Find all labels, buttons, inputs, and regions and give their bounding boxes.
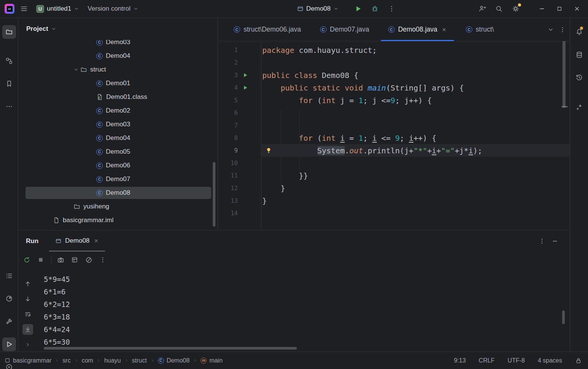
- breadcrumb-huayu[interactable]: huayu: [104, 357, 121, 364]
- run-configuration-widget[interactable]: Demo08: [294, 2, 341, 15]
- more-tool-windows-button[interactable]: [2, 100, 16, 113]
- code-line-10[interactable]: 10: [218, 157, 570, 169]
- project-tool-button[interactable]: [2, 25, 16, 39]
- tree-item-demo03[interactable]: CDemo03: [18, 118, 218, 131]
- chevron-down-icon[interactable]: [51, 26, 56, 32]
- tree-item-demo08[interactable]: CDemo08: [18, 186, 218, 200]
- ai-assistant-button[interactable]: [572, 100, 586, 114]
- code-line-2[interactable]: 2: [218, 56, 570, 69]
- rerun-button[interactable]: [21, 254, 32, 265]
- code-line-3[interactable]: 3public class Demo08 {: [218, 69, 570, 81]
- close-icon[interactable]: [94, 238, 99, 243]
- notifications-button[interactable]: [572, 25, 586, 39]
- tree-item-demo02[interactable]: CDemo02: [18, 104, 218, 118]
- file-encoding[interactable]: UTF-8: [508, 357, 525, 364]
- line-number[interactable]: 9: [218, 147, 238, 154]
- more-run-actions-button[interactable]: [383, 1, 400, 16]
- breadcrumb-struct[interactable]: struct: [132, 357, 147, 364]
- code-area[interactable]: 1package com.huayu.struct;23public class…: [218, 41, 570, 230]
- history-tool-button[interactable]: [572, 71, 586, 84]
- main-menu-button[interactable]: [18, 2, 30, 15]
- breadcrumb-src[interactable]: src: [62, 357, 70, 364]
- debug-button[interactable]: [367, 1, 383, 16]
- tree-item-struct[interactable]: struct: [18, 63, 218, 76]
- code-line-14[interactable]: 14: [218, 207, 570, 219]
- scroll-to-end-button[interactable]: [22, 324, 33, 335]
- code-line-12[interactable]: 12 }: [218, 182, 570, 194]
- run-gutter-icon[interactable]: [242, 72, 248, 78]
- line-number[interactable]: 7: [218, 122, 238, 129]
- line-number[interactable]: 14: [218, 210, 238, 217]
- line-number[interactable]: 2: [218, 59, 238, 66]
- chevron-down-icon[interactable]: [548, 27, 554, 33]
- line-number[interactable]: 6: [218, 109, 238, 116]
- run-tab-demo08[interactable]: Demo08: [49, 231, 105, 251]
- run-gutter-icon[interactable]: [242, 85, 248, 91]
- kebab-menu-icon[interactable]: [539, 238, 545, 245]
- run-tool-button[interactable]: [2, 337, 16, 351]
- tree-item-demo01-class[interactable]: Demo01.class: [18, 90, 218, 104]
- code-line-5[interactable]: 5 for (int j = 1; j <=9; j++) {: [218, 94, 570, 107]
- line-number[interactable]: 8: [218, 134, 238, 142]
- console-hscrollbar-thumb[interactable]: [44, 347, 297, 350]
- intention-bulb-icon[interactable]: [265, 147, 272, 154]
- tree-item-demo07[interactable]: CDemo07: [18, 172, 218, 186]
- maximize-button[interactable]: [551, 0, 568, 17]
- console-vscrollbar-thumb[interactable]: [562, 310, 565, 324]
- line-number[interactable]: 4: [218, 84, 238, 91]
- editor-tab-struct[interactable]: Cstruct\: [456, 18, 504, 41]
- code-line-4[interactable]: 4 public static void main(String[] args)…: [218, 81, 570, 94]
- expand-console-button[interactable]: [22, 339, 33, 350]
- vcs-widget[interactable]: Version control: [85, 2, 141, 15]
- console-output[interactable]: 5*9=456*1=66*2=126*3=186*4=246*5=30: [37, 268, 70, 352]
- minimize-button[interactable]: [533, 0, 551, 17]
- breadcrumb-com[interactable]: com: [82, 357, 93, 364]
- profiler-tool-button[interactable]: [2, 292, 16, 305]
- code-line-11[interactable]: 11 }}: [218, 169, 570, 182]
- kebab-menu-icon[interactable]: [559, 26, 566, 33]
- tree-item-demo05[interactable]: CDemo05: [18, 145, 218, 159]
- close-icon[interactable]: [441, 27, 447, 32]
- stop-button[interactable]: [35, 254, 46, 265]
- todo-tool-button[interactable]: [2, 269, 16, 283]
- editor-scrollbar-thumb[interactable]: [563, 38, 566, 108]
- settings-button[interactable]: [507, 1, 524, 16]
- restore-layout-button[interactable]: [69, 254, 80, 265]
- project-widget[interactable]: U untitled1: [33, 2, 82, 15]
- tree-item-demo01[interactable]: CDemo01: [18, 76, 218, 90]
- code-with-me-button[interactable]: [474, 1, 491, 16]
- tree-item-demo06[interactable]: CDemo06: [18, 159, 218, 172]
- code-line-7[interactable]: 7: [218, 119, 570, 132]
- hide-panel-icon[interactable]: [551, 238, 558, 245]
- snapshot-button[interactable]: [55, 254, 66, 265]
- build-tool-button[interactable]: [2, 315, 16, 328]
- close-button[interactable]: [568, 0, 586, 17]
- editor-tab-demo07-java[interactable]: CDemo07.java: [311, 18, 379, 41]
- soft-wrap-button[interactable]: [22, 309, 33, 320]
- database-tool-button[interactable]: [572, 48, 586, 62]
- caret-position[interactable]: 9:13: [454, 357, 466, 364]
- line-separator[interactable]: CRLF: [479, 357, 495, 364]
- code-line-1[interactable]: 1package com.huayu.struct;: [218, 44, 570, 56]
- breadcrumb-demo08[interactable]: CDemo08: [158, 357, 190, 364]
- chevron-down-icon[interactable]: [73, 67, 79, 72]
- run-button[interactable]: [350, 1, 367, 16]
- next-occurrence-button[interactable]: [22, 294, 33, 304]
- line-number[interactable]: 10: [218, 159, 238, 167]
- tree-item-demo04[interactable]: CDemo04: [18, 49, 218, 63]
- line-number[interactable]: 1: [218, 46, 238, 54]
- more-options-button[interactable]: [97, 254, 108, 265]
- lock-icon[interactable]: [575, 357, 582, 364]
- search-everywhere-button[interactable]: [491, 1, 507, 16]
- indent-setting[interactable]: 4 spaces: [538, 357, 562, 364]
- editor-tab-demo08-java[interactable]: CDemo08.java: [379, 18, 456, 41]
- line-number[interactable]: 12: [218, 184, 238, 192]
- editor-tab-struct-demo06-java[interactable]: Cstruct\Demo06.java: [224, 18, 311, 41]
- code-line-13[interactable]: 13}: [218, 194, 570, 207]
- clear-output-button[interactable]: [83, 254, 94, 265]
- line-number[interactable]: 3: [218, 72, 238, 79]
- tree-item-demo04[interactable]: CDemo04: [18, 131, 218, 145]
- tree-item-basicgrammar-iml[interactable]: basicgrammar.iml: [18, 213, 218, 227]
- line-number[interactable]: 5: [218, 97, 238, 104]
- code-line-8[interactable]: 8 for (int i = 1; i <= 9; i++) {: [218, 132, 570, 144]
